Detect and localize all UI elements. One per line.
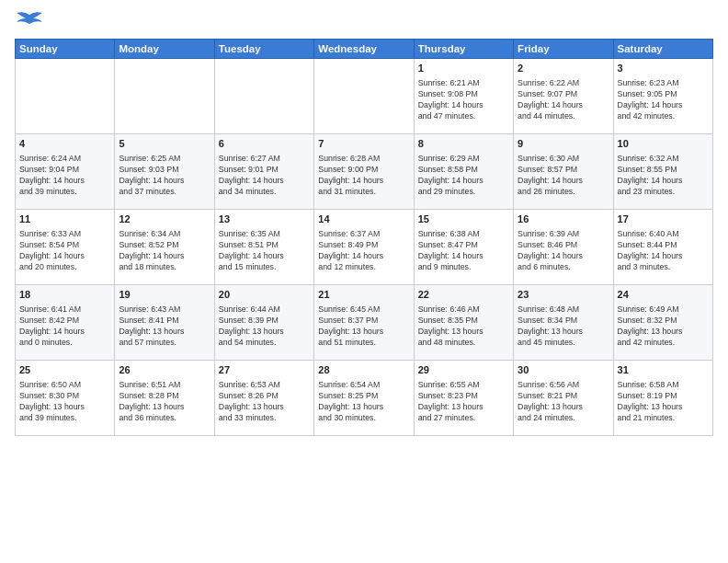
- calendar-day-cell: 11Sunrise: 6:33 AM Sunset: 8:54 PM Dayli…: [16, 210, 115, 285]
- day-info: Sunrise: 6:33 AM Sunset: 8:54 PM Dayligh…: [19, 228, 110, 273]
- day-info: Sunrise: 6:48 AM Sunset: 8:34 PM Dayligh…: [518, 304, 609, 349]
- day-number: 30: [518, 363, 609, 377]
- day-info: Sunrise: 6:39 AM Sunset: 8:46 PM Dayligh…: [518, 228, 609, 273]
- day-number: 2: [518, 62, 609, 75]
- day-info: Sunrise: 6:58 AM Sunset: 8:19 PM Dayligh…: [618, 379, 709, 424]
- page-header: [15, 11, 713, 31]
- calendar-day-cell: 15Sunrise: 6:38 AM Sunset: 8:47 PM Dayli…: [414, 210, 513, 285]
- calendar-day-cell: 10Sunrise: 6:32 AM Sunset: 8:55 PM Dayli…: [613, 134, 712, 210]
- day-number: 28: [318, 363, 409, 377]
- calendar-day-cell: 23Sunrise: 6:48 AM Sunset: 8:34 PM Dayli…: [514, 285, 613, 361]
- day-number: 22: [418, 288, 509, 302]
- calendar-week-row: 1Sunrise: 6:21 AM Sunset: 9:08 PM Daylig…: [16, 59, 713, 134]
- calendar-day-cell: 13Sunrise: 6:35 AM Sunset: 8:51 PM Dayli…: [214, 210, 313, 285]
- calendar-day-cell: 29Sunrise: 6:55 AM Sunset: 8:23 PM Dayli…: [414, 361, 513, 436]
- weekday-header: Monday: [115, 40, 214, 59]
- calendar-day-cell: 25Sunrise: 6:50 AM Sunset: 8:30 PM Dayli…: [16, 361, 115, 436]
- calendar-day-cell: 8Sunrise: 6:29 AM Sunset: 8:58 PM Daylig…: [414, 134, 513, 210]
- weekday-header: Tuesday: [214, 40, 313, 59]
- day-number: 12: [119, 213, 210, 226]
- calendar-week-row: 4Sunrise: 6:24 AM Sunset: 9:04 PM Daylig…: [16, 134, 713, 210]
- day-info: Sunrise: 6:40 AM Sunset: 8:44 PM Dayligh…: [618, 228, 709, 273]
- day-number: 31: [618, 363, 709, 377]
- day-number: 20: [219, 288, 310, 302]
- day-info: Sunrise: 6:32 AM Sunset: 8:55 PM Dayligh…: [618, 153, 709, 198]
- calendar-day-cell: [214, 59, 313, 134]
- calendar-day-cell: 21Sunrise: 6:45 AM Sunset: 8:37 PM Dayli…: [314, 285, 414, 361]
- day-info: Sunrise: 6:27 AM Sunset: 9:01 PM Dayligh…: [219, 153, 310, 198]
- day-number: 27: [219, 363, 310, 377]
- day-number: 15: [418, 213, 509, 226]
- weekday-header-row: SundayMondayTuesdayWednesdayThursdayFrid…: [16, 40, 713, 59]
- day-number: 5: [119, 137, 210, 151]
- calendar-page: SundayMondayTuesdayWednesdayThursdayFrid…: [0, 0, 728, 563]
- calendar-day-cell: 6Sunrise: 6:27 AM Sunset: 9:01 PM Daylig…: [214, 134, 313, 210]
- day-info: Sunrise: 6:34 AM Sunset: 8:52 PM Dayligh…: [119, 228, 210, 273]
- calendar-day-cell: 4Sunrise: 6:24 AM Sunset: 9:04 PM Daylig…: [16, 134, 115, 210]
- day-info: Sunrise: 6:46 AM Sunset: 8:35 PM Dayligh…: [418, 304, 509, 349]
- day-info: Sunrise: 6:29 AM Sunset: 8:58 PM Dayligh…: [418, 153, 509, 198]
- day-number: 14: [318, 213, 409, 226]
- calendar-day-cell: 27Sunrise: 6:53 AM Sunset: 8:26 PM Dayli…: [214, 361, 313, 436]
- weekday-header: Friday: [514, 40, 613, 59]
- calendar-week-row: 18Sunrise: 6:41 AM Sunset: 8:42 PM Dayli…: [16, 285, 713, 361]
- day-info: Sunrise: 6:37 AM Sunset: 8:49 PM Dayligh…: [318, 228, 409, 273]
- calendar-day-cell: 31Sunrise: 6:58 AM Sunset: 8:19 PM Dayli…: [613, 361, 712, 436]
- calendar-week-row: 11Sunrise: 6:33 AM Sunset: 8:54 PM Dayli…: [16, 210, 713, 285]
- day-info: Sunrise: 6:54 AM Sunset: 8:25 PM Dayligh…: [318, 379, 409, 424]
- day-info: Sunrise: 6:23 AM Sunset: 9:05 PM Dayligh…: [618, 77, 709, 122]
- weekday-header: Saturday: [613, 40, 712, 59]
- day-number: 7: [318, 137, 409, 151]
- calendar-day-cell: 3Sunrise: 6:23 AM Sunset: 9:05 PM Daylig…: [613, 59, 712, 134]
- day-info: Sunrise: 6:53 AM Sunset: 8:26 PM Dayligh…: [219, 379, 310, 424]
- day-info: Sunrise: 6:38 AM Sunset: 8:47 PM Dayligh…: [418, 228, 509, 273]
- weekday-header: Sunday: [16, 40, 115, 59]
- calendar-day-cell: [314, 59, 414, 134]
- day-number: 17: [618, 213, 709, 226]
- calendar-day-cell: 24Sunrise: 6:49 AM Sunset: 8:32 PM Dayli…: [613, 285, 712, 361]
- day-number: 24: [618, 288, 709, 302]
- day-number: 9: [518, 137, 609, 151]
- day-info: Sunrise: 6:44 AM Sunset: 8:39 PM Dayligh…: [219, 304, 310, 349]
- calendar-day-cell: 28Sunrise: 6:54 AM Sunset: 8:25 PM Dayli…: [314, 361, 414, 436]
- day-number: 19: [119, 288, 210, 302]
- logo-bird-icon: [17, 11, 42, 31]
- day-info: Sunrise: 6:35 AM Sunset: 8:51 PM Dayligh…: [219, 228, 310, 273]
- day-number: 6: [219, 137, 310, 151]
- day-number: 23: [518, 288, 609, 302]
- day-number: 13: [219, 213, 310, 226]
- day-info: Sunrise: 6:43 AM Sunset: 8:41 PM Dayligh…: [119, 304, 210, 349]
- day-number: 8: [418, 137, 509, 151]
- day-info: Sunrise: 6:21 AM Sunset: 9:08 PM Dayligh…: [418, 77, 509, 122]
- logo: [15, 11, 42, 31]
- calendar-table: SundayMondayTuesdayWednesdayThursdayFrid…: [15, 39, 713, 436]
- calendar-day-cell: 9Sunrise: 6:30 AM Sunset: 8:57 PM Daylig…: [514, 134, 613, 210]
- calendar-day-cell: 26Sunrise: 6:51 AM Sunset: 8:28 PM Dayli…: [115, 361, 214, 436]
- weekday-header: Wednesday: [314, 40, 414, 59]
- day-info: Sunrise: 6:50 AM Sunset: 8:30 PM Dayligh…: [19, 379, 110, 424]
- calendar-day-cell: 1Sunrise: 6:21 AM Sunset: 9:08 PM Daylig…: [414, 59, 513, 134]
- calendar-day-cell: 22Sunrise: 6:46 AM Sunset: 8:35 PM Dayli…: [414, 285, 513, 361]
- calendar-day-cell: 16Sunrise: 6:39 AM Sunset: 8:46 PM Dayli…: [514, 210, 613, 285]
- day-number: 21: [318, 288, 409, 302]
- day-info: Sunrise: 6:55 AM Sunset: 8:23 PM Dayligh…: [418, 379, 509, 424]
- calendar-day-cell: 18Sunrise: 6:41 AM Sunset: 8:42 PM Dayli…: [16, 285, 115, 361]
- day-info: Sunrise: 6:25 AM Sunset: 9:03 PM Dayligh…: [119, 153, 210, 198]
- calendar-day-cell: 20Sunrise: 6:44 AM Sunset: 8:39 PM Dayli…: [214, 285, 313, 361]
- day-number: 26: [119, 363, 210, 377]
- calendar-day-cell: 5Sunrise: 6:25 AM Sunset: 9:03 PM Daylig…: [115, 134, 214, 210]
- day-info: Sunrise: 6:56 AM Sunset: 8:21 PM Dayligh…: [518, 379, 609, 424]
- day-info: Sunrise: 6:41 AM Sunset: 8:42 PM Dayligh…: [19, 304, 110, 349]
- day-info: Sunrise: 6:22 AM Sunset: 9:07 PM Dayligh…: [518, 77, 609, 122]
- day-number: 10: [618, 137, 709, 151]
- day-info: Sunrise: 6:24 AM Sunset: 9:04 PM Dayligh…: [19, 153, 110, 198]
- calendar-day-cell: [115, 59, 214, 134]
- day-number: 18: [19, 288, 110, 302]
- calendar-day-cell: 2Sunrise: 6:22 AM Sunset: 9:07 PM Daylig…: [514, 59, 613, 134]
- day-number: 29: [418, 363, 509, 377]
- day-number: 25: [19, 363, 110, 377]
- day-info: Sunrise: 6:28 AM Sunset: 9:00 PM Dayligh…: [318, 153, 409, 198]
- day-number: 4: [19, 137, 110, 151]
- calendar-day-cell: 7Sunrise: 6:28 AM Sunset: 9:00 PM Daylig…: [314, 134, 414, 210]
- day-number: 1: [418, 62, 509, 75]
